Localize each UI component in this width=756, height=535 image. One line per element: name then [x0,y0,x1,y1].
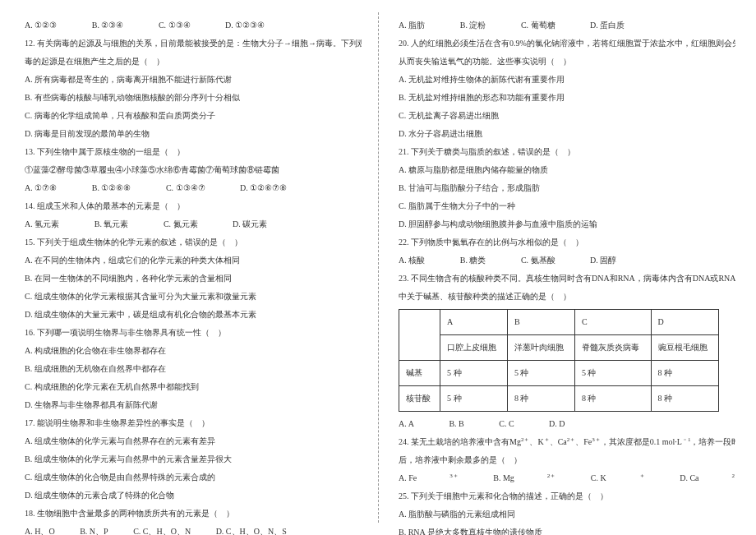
opt: B. ②③④ [92,16,124,35]
cell: 8 种 [574,386,651,412]
opt: C. 氮元素 [164,215,198,233]
opt: B. 淀粉 [460,16,486,35]
q12-opt-b: B. 有些病毒的核酸与哺乳动物细胞核酸的部分序列十分相似 [25,89,362,107]
q13-line1: 13. 下列生物中属于原核生物的一组是（ ） [25,143,362,161]
q20-line2: 从而丧失输送氧气的功能。这些事实说明（ ） [399,53,735,71]
cell: 8 种 [651,361,718,386]
opt: C. 氨基酸 [521,251,555,270]
opt: A. 脂肪 [399,16,425,35]
cell: 5 种 [574,361,651,386]
column-divider [378,12,379,523]
opt: D. ①②⑥⑦⑧ [240,179,287,197]
q16-opt-d: D. 生物界与非生物界都具有新陈代谢 [25,396,362,414]
q15-opt-c: C. 组成生物体的化学元素根据其含量可分为大量元素和微量元素 [25,288,362,306]
q20-line1: 20. 人的红细胞必须生活在含有0.9%的氯化钠溶液中，若将红细胞置于浓盐水中，… [399,35,735,53]
opt: B. N、P [80,523,108,535]
q14-options: A. 氢元素 B. 氧元素 C. 氮元素 D. 碳元素 [25,215,362,233]
opt: D. ①②③④ [225,16,265,35]
q21-opt-b: B. 甘油可与脂肪酸分子结合，形成脂肪 [399,179,735,197]
table-row: A B C D [399,310,719,335]
q15-opt-b: B. 在同一生物体的不同细胞内，各种化学元素的含量相同 [25,270,362,288]
q16: 16. 下列哪一项说明生物界与非生物界具有统一性（ ） [25,324,362,342]
opt: B. 糖类 [460,251,486,270]
q24-line1: 24. 某无土栽培的培养液中含有Mg2＋、K＋、Ca2＋、Fe3＋，其浓度都是0… [399,433,735,451]
cell: C [574,310,651,335]
q12-opt-c: C. 病毒的化学组成简单，只有核酸和蛋白质两类分子 [25,107,362,125]
q18-options: A. H、O B. N、P C. C、H、O、N D. C、H、O、N、S [25,523,362,535]
q17-opt-c: C. 组成生物体的化合物是由自然界特殊的元素合成的 [25,468,362,487]
q18: 18. 生物细胞中含量最多的两种物质所共有的元素是（ ） [25,505,362,523]
opt: D. 固醇 [590,251,616,270]
q22: 22. 下列物质中氮氧存在的比例与水相似的是（ ） [399,233,735,251]
q15: 15. 下列关于组成生物体的化学元素的叙述，错误的是（ ） [25,233,362,251]
q23-options: A. A B. B C. C D. D [399,415,735,433]
q17-opt-b: B. 组成生物体的化学元素与自然界中的元素含量差异很大 [25,450,362,468]
opt: D. 蛋白质 [590,16,625,35]
cell: 口腔上皮细胞 [440,335,508,361]
q15-opt-d: D. 组成生物体的大量元素中，碳是组成有机化合物的最基本元素 [25,306,362,324]
opt: A. Fe3＋ [399,469,459,487]
cell: D [651,310,718,335]
opt: D. 碳元素 [233,215,267,233]
right-column: A. 脂肪 B. 淀粉 C. 葡萄糖 D. 蛋白质 20. 人的红细胞必须生活在… [378,0,756,535]
q13-options: A. ①⑦⑧ B. ①②⑥⑧ C. ①③④⑦ D. ①②⑥⑦⑧ [25,179,362,197]
q13-line2: ①蓝藻②酵母菌③草履虫④小球藻⑤水绵⑥青霉菌⑦葡萄球菌⑧链霉菌 [25,161,362,179]
cell: 豌豆根毛细胞 [651,335,718,361]
opt: C. 葡萄糖 [521,16,555,35]
table-row: 碱基 5 种 5 种 5 种 8 种 [399,361,719,386]
table-row: 核苷酸 5 种 8 种 8 种 8 种 [399,386,719,412]
q25-opt-a: A. 脂肪酸与磷脂的元素组成相同 [399,505,735,523]
q20-opt-d: D. 水分子容易进出细胞 [399,125,735,143]
opt: B. Mg2＋ [493,469,555,487]
opt: B. B [449,415,463,433]
q12-opt-d: D. 病毒是目前发现的最简单的生物 [25,125,362,143]
cell: 洋葱叶肉细胞 [507,335,574,361]
q21-opt-c: C. 脂肪属于生物大分子中的一种 [399,197,735,215]
opt: D. D [549,415,565,433]
opt: B. ①②⑥⑧ [92,179,131,197]
q17-opt-a: A. 组成生物体的化学元素与自然界存在的元素有差异 [25,432,362,450]
q16-opt-c: C. 构成细胞的化学元素在无机自然界中都能找到 [25,378,362,396]
opt: A. ①②③ [25,16,57,35]
q25-opt-b: B. RNA 是绝大多数真核生物的遗传物质 [399,523,735,535]
opt: A. H、O [25,523,55,535]
opt: C. ①③④⑦ [166,179,205,197]
q16-opt-b: B. 组成细胞的无机物在自然界中都存在 [25,360,362,378]
cell: 脊髓灰质炎病毒 [574,335,651,361]
opt: C. ①③④ [159,16,191,35]
cell: 5 种 [507,361,574,386]
cell: A [440,310,508,335]
opt: A. A [399,415,414,433]
q17-opt-d: D. 组成生物体的元素合成了特殊的化合物 [25,487,362,505]
table-row: 口腔上皮细胞 洋葱叶肉细胞 脊髓灰质炎病毒 豌豆根毛细胞 [399,335,719,361]
opt: A. ①⑦⑧ [25,179,57,197]
q16-opt-a: A. 构成细胞的化合物在非生物界都存在 [25,342,362,360]
opt: C. C、H、O、N [133,523,191,535]
opt: A. 核酸 [399,251,425,270]
opt: D. C、H、O、N、S [216,523,287,535]
opt: D. Ca2＋ [680,469,735,487]
q20-opt-b: B. 无机盐对维持细胞的形态和功能有重要作用 [399,89,735,107]
q12-opt-a: A. 所有病毒都是寄生的，病毒离开细胞不能进行新陈代谢 [25,71,362,89]
cell: 5 种 [440,361,508,386]
cell: 8 种 [651,386,718,412]
q22-options: A. 核酸 B. 糖类 C. 氨基酸 D. 固醇 [399,251,735,270]
q15-opt-a: A. 在不同的生物体内，组成它们的化学元素的种类大体相同 [25,251,362,270]
q11-options: A. ①②③ B. ②③④ C. ①③④ D. ①②③④ [25,16,362,35]
cell: 8 种 [507,386,574,412]
q23-line2: 中关于碱基、核苷酸种类的描述正确的是（ ） [399,288,735,306]
q12-line1: 12. 有关病毒的起源及与细胞的关系，目前最能被接受的是：生物大分子→细胞→病毒… [25,35,362,53]
opt: A. 氢元素 [25,215,59,233]
q21-opt-a: A. 糖原与脂肪都是细胞内储存能量的物质 [399,161,735,179]
opt: C. C [499,415,514,433]
cell: B [507,310,574,335]
q12-line2: 毒的起源是在细胞产生之后的是（ ） [25,53,362,71]
q23-table: A B C D 口腔上皮细胞 洋葱叶肉细胞 脊髓灰质炎病毒 豌豆根毛细胞 碱基 … [399,309,719,412]
q19-options: A. 脂肪 B. 淀粉 C. 葡萄糖 D. 蛋白质 [399,16,735,35]
q14: 14. 组成玉米和人体的最基本的元素是（ ） [25,197,362,215]
cell: 核苷酸 [399,386,440,412]
q23-line1: 23. 不同生物含有的核酸种类不同。真核生物同时含有DNA和RNA，病毒体内含有… [399,270,735,288]
q24-line2: 后，培养液中剩余最多的是（ ） [399,451,735,469]
left-column: A. ①②③ B. ②③④ C. ①③④ D. ①②③④ 12. 有关病毒的起源… [0,0,378,535]
q21: 21. 下列关于糖类与脂质的叙述，错误的是（ ） [399,143,735,161]
